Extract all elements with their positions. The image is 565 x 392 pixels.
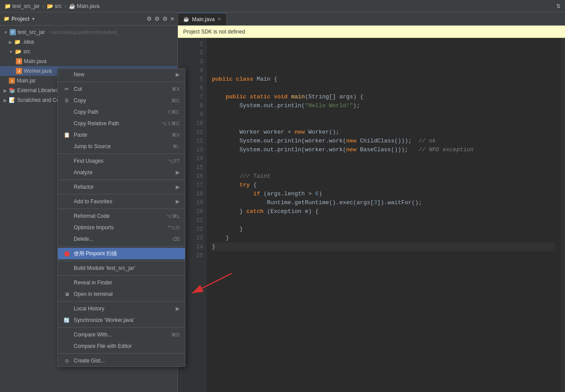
- cut-icon: ✂: [63, 86, 70, 92]
- terminal-icon: 🖥: [63, 291, 70, 297]
- tab-mainjava[interactable]: ☕ Main.java ✕: [178, 13, 227, 25]
- tab-close-icon[interactable]: ✕: [217, 16, 221, 22]
- menu-item-build-module[interactable]: Build Module 'test_src_jar': [58, 262, 185, 274]
- menu-item-open-terminal[interactable]: 🖥 Open in terminal: [58, 288, 185, 300]
- menu-item-create-gist[interactable]: ⊙ Create Gist...: [58, 355, 185, 366]
- history-arrow: ▶: [176, 306, 180, 312]
- menu-label-compare-with: Compare With...: [74, 332, 168, 338]
- sidebar-header-title: Project: [11, 16, 30, 22]
- code-content[interactable]: public class Main { public static void m…: [207, 38, 561, 392]
- menu-item-cut[interactable]: ✂ Cut ⌘X: [58, 83, 185, 95]
- jar-icon-main: J: [9, 78, 15, 84]
- tree-item-mainjava[interactable]: J Main.java: [0, 56, 177, 66]
- separator-1: [58, 82, 185, 82]
- menu-item-compare-file[interactable]: Compare File with Editor: [58, 340, 185, 352]
- tree-item-src[interactable]: ▼ 📂 src: [0, 47, 177, 56]
- breadcrumb-sep-2: ›: [64, 3, 66, 9]
- menu-item-delete[interactable]: Delete... ⌫: [58, 233, 185, 245]
- menu-item-reformat-code[interactable]: Reformat Code ⌥⌘L: [58, 210, 185, 222]
- menu-label-create-gist: Create Gist...: [74, 358, 180, 364]
- menu-label-optimize-imports: Optimize Imports: [74, 224, 164, 231]
- new-arrow: ▶: [176, 71, 180, 78]
- menu-label-pinpoint: 使用 Pinpoint 扫描: [74, 250, 180, 258]
- tree-path: ~/antcode/pp-platform/tests/test_: [49, 30, 120, 35]
- analyze-arrow: ▶: [176, 169, 180, 175]
- menu-item-jump-to-source[interactable]: Jump to Source ⌘↓: [58, 141, 185, 152]
- menu-item-refactor[interactable]: Refactor ▶: [58, 181, 185, 193]
- menu-item-new[interactable]: New ▶: [58, 69, 185, 80]
- menu-label-cut: Cut: [74, 86, 168, 92]
- breadcrumb-src: 📂 src: [47, 3, 62, 9]
- chevron-collapsed: ▶: [9, 40, 12, 45]
- tab-label: Main.java: [192, 16, 215, 22]
- scratch-icon: 📝: [9, 97, 15, 103]
- paste-shortcut: ⌘V: [172, 132, 180, 138]
- context-menu: New ▶ ✂ Cut ⌘X ⎘ Copy ⌘C Copy Path ⇧⌘C C…: [57, 68, 185, 367]
- find-shortcut: ⌥F7: [168, 158, 180, 164]
- breadcrumb-file: ☕ Main.java: [69, 3, 99, 9]
- menu-item-compare-with[interactable]: Compare With... ⌘D: [58, 329, 185, 340]
- copy-icon: ⎘: [63, 97, 70, 104]
- java-file-icon: ☕: [69, 3, 75, 9]
- sidebar-dropdown-icon[interactable]: ▾: [32, 16, 34, 21]
- tree-label-root: test_src_jar: [18, 29, 45, 35]
- menu-item-copy-relative-path[interactable]: Copy Relative Path ⌥⇧⌘C: [58, 118, 185, 129]
- tree-label-src: src: [23, 49, 30, 55]
- editor-notification: Project SDK is not defined: [178, 26, 565, 38]
- tree-item-root[interactable]: ▼ P test_src_jar ~/antcode/pp-platform/t…: [0, 27, 177, 37]
- menu-item-pinpoint[interactable]: ⬤ 使用 Pinpoint 扫描: [58, 248, 185, 259]
- separator-9: [58, 301, 185, 302]
- collapse-icon[interactable]: ≡: [170, 15, 174, 22]
- gear-icon[interactable]: ⚙: [162, 15, 168, 22]
- settings-icon[interactable]: ⚙: [154, 15, 160, 22]
- menu-label-copy-relative-path: Copy Relative Path: [74, 120, 158, 127]
- sidebar-project-icon: 📁: [4, 16, 10, 22]
- menu-item-reveal-finder[interactable]: Reveal in Finder: [58, 277, 185, 288]
- separator-3: [58, 179, 185, 180]
- menu-item-find-usages[interactable]: Find Usages ⌥F7: [58, 155, 185, 167]
- menu-item-add-to-favorites[interactable]: Add to Favorites ▶: [58, 196, 185, 207]
- menu-label-copy-path: Copy Path: [74, 109, 164, 115]
- separator-6: [58, 246, 185, 246]
- menu-label-refactor: Refactor: [74, 184, 172, 190]
- copy-path-shortcut: ⇧⌘C: [167, 109, 180, 115]
- menu-item-synchronize[interactable]: 🔄 Synchronize 'Worker.java': [58, 314, 185, 326]
- menu-label-analyze: Analyze: [74, 169, 172, 175]
- menu-label-delete: Delete...: [74, 236, 169, 242]
- separator-4: [58, 194, 185, 194]
- copy-rel-shortcut: ⌥⇧⌘C: [162, 121, 180, 127]
- menu-item-copy-path[interactable]: Copy Path ⇧⌘C: [58, 106, 185, 118]
- editor-content[interactable]: ▽ 💡 1 2 3 4 5 6 7 8 9 10 11 12 13 14 15: [178, 38, 565, 392]
- menu-label-add-to-favorites: Add to Favorites: [74, 198, 172, 205]
- tree-item-idea[interactable]: ▶ 📁 .idea: [0, 37, 177, 47]
- separator-5: [58, 209, 185, 209]
- sidebar-header-icons: ⚙ ⚙ ⚙ ≡: [147, 15, 174, 22]
- reformat-shortcut: ⌥⌘L: [166, 213, 180, 219]
- copy-shortcut: ⌘C: [171, 98, 180, 104]
- favorites-arrow: ▶: [176, 198, 180, 205]
- java-icon-worker: J: [16, 68, 22, 74]
- java-icon-main: J: [16, 58, 22, 64]
- menu-label-copy: Copy: [74, 97, 168, 104]
- menu-item-paste[interactable]: 📋 Paste ⌘V: [58, 129, 185, 141]
- optimize-shortcut: ^⌥O: [168, 225, 180, 231]
- chevron-src: ▼: [9, 49, 13, 54]
- breadcrumb-project: 📁 test_src_jar: [4, 3, 40, 9]
- cut-shortcut: ⌘X: [172, 86, 180, 92]
- title-bar: 📁 test_src_jar › 📂 src › ☕ Main.java ⇅: [0, 0, 565, 12]
- sync-icon[interactable]: ⚙: [147, 15, 152, 22]
- pinpoint-icon: ⬤: [63, 250, 70, 257]
- paste-icon: 📋: [63, 132, 70, 138]
- menu-label-synchronize: Synchronize 'Worker.java': [74, 317, 180, 323]
- chevron-scratches: ▶: [4, 98, 7, 103]
- title-bar-right: ⇅: [556, 3, 561, 9]
- menu-item-analyze[interactable]: Analyze ▶: [58, 167, 185, 178]
- menu-item-local-history[interactable]: Local History ▶: [58, 303, 185, 314]
- line-numbers: 1 2 3 4 5 6 7 8 9 10 11 12 13 14 15 16 1…: [187, 38, 207, 392]
- menu-item-optimize-imports[interactable]: Optimize Imports ^⌥O: [58, 222, 185, 233]
- chevron-expand: ▼: [4, 30, 8, 35]
- menu-item-copy[interactable]: ⎘ Copy ⌘C: [58, 95, 185, 106]
- menu-label-compare-file: Compare File with Editor: [74, 343, 180, 349]
- tab-java-icon: ☕: [183, 16, 189, 22]
- menu-label-new: New: [74, 71, 172, 78]
